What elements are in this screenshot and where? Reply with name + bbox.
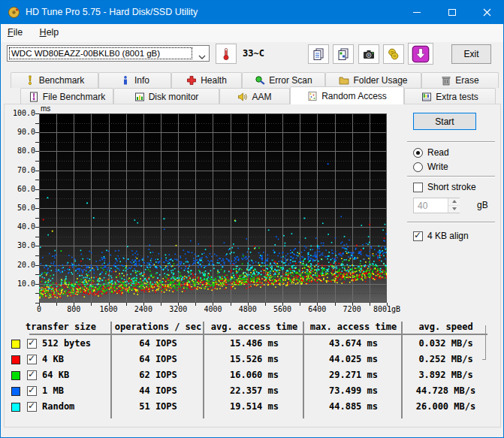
y-tick-label: 40.0 bbox=[7, 222, 35, 231]
save-button[interactable] bbox=[408, 43, 433, 65]
series-checkbox[interactable] bbox=[27, 355, 37, 364]
start-button[interactable]: Start bbox=[413, 113, 476, 130]
col-header-transfer-size: transfer size bbox=[10, 322, 112, 332]
iops-value: 64 IOPS bbox=[112, 338, 204, 349]
start-label: Start bbox=[435, 116, 454, 127]
copy-image-button[interactable] bbox=[333, 44, 354, 64]
random-access-icon bbox=[307, 91, 318, 101]
table-header-underline bbox=[29, 334, 487, 335]
coins-icon bbox=[387, 47, 400, 61]
avg-speed-value: 0.252 MB/s bbox=[403, 354, 489, 364]
short-stroke-size-value: 40 bbox=[418, 201, 427, 211]
y-tick-label: 80.0 bbox=[7, 147, 35, 155]
max-access-value: 29.271 ms bbox=[304, 370, 403, 380]
tab-health[interactable]: Health bbox=[171, 72, 242, 88]
tab-benchmark[interactable]: Benchmark bbox=[11, 72, 98, 88]
separator bbox=[407, 141, 495, 143]
maximize-icon bbox=[448, 9, 456, 16]
y-tick-label: 90.0 bbox=[7, 128, 35, 136]
scatter-canvas bbox=[39, 113, 387, 303]
tab-random-access[interactable]: Random Access bbox=[290, 86, 404, 104]
exit-button[interactable]: Exit bbox=[451, 44, 491, 64]
write-radio-row[interactable]: Write bbox=[413, 162, 448, 172]
health-icon bbox=[186, 75, 197, 86]
short-stroke-checkbox[interactable] bbox=[413, 183, 423, 192]
tab-label: Info bbox=[134, 75, 149, 86]
y-tick-label: 100.0 bbox=[7, 109, 35, 117]
read-label: Read bbox=[427, 147, 449, 158]
series-checkbox[interactable] bbox=[27, 402, 37, 412]
drive-select[interactable]: WDC WD80EAZZ-00BKLB0 (8001 gB) bbox=[7, 45, 210, 62]
screenshot-button[interactable] bbox=[358, 44, 379, 64]
iops-value: 62 IOPS bbox=[112, 370, 204, 380]
series-label: Random bbox=[42, 401, 74, 412]
table-row: 4 KB 64 IOPS 15.526 ms 44.025 ms 0.252 M… bbox=[1, 353, 503, 367]
max-access-value: 73.499 ms bbox=[304, 385, 403, 396]
tab-disk-monitor[interactable]: Disk monitor bbox=[113, 88, 219, 104]
scroll-indicator-foot bbox=[482, 359, 486, 360]
tab-extra-tests[interactable]: Extra tests bbox=[404, 88, 496, 104]
x-tick-label: 4800 bbox=[239, 305, 257, 313]
avg-speed-value: 26.000 MB/s bbox=[403, 401, 489, 412]
app-window: HD Tune Pro 5.75 - Hard Disk/SSD Utility… bbox=[0, 0, 504, 438]
menu-help[interactable]: Help bbox=[33, 24, 66, 41]
purchase-button[interactable] bbox=[383, 44, 404, 64]
series-color-swatch bbox=[11, 403, 20, 412]
arrow-up-icon bbox=[452, 200, 457, 203]
tab-label: File Benchmark bbox=[43, 92, 105, 102]
tab-file-benchmark[interactable]: File Benchmark bbox=[20, 88, 113, 104]
y-tick-label: 50.0 bbox=[7, 204, 35, 212]
title-bar: HD Tune Pro 5.75 - Hard Disk/SSD Utility bbox=[1, 1, 503, 24]
read-radio[interactable] bbox=[413, 148, 423, 158]
align-checkbox[interactable] bbox=[413, 231, 423, 241]
close-button[interactable] bbox=[469, 1, 504, 24]
write-radio[interactable] bbox=[413, 162, 423, 172]
file-benchmark-icon bbox=[29, 92, 39, 102]
copy-text-button[interactable] bbox=[308, 44, 329, 64]
table-row: 512 bytes 64 IOPS 15.486 ms 43.674 ms 0.… bbox=[1, 337, 503, 351]
y-tick-label: 30.0 bbox=[7, 241, 35, 249]
temperature-button[interactable] bbox=[216, 44, 237, 64]
info-icon bbox=[120, 75, 131, 86]
series-color-swatch bbox=[11, 340, 20, 349]
tab-aam[interactable]: AAM bbox=[219, 88, 290, 104]
spinner-up-button[interactable] bbox=[448, 198, 460, 206]
tab-label: Extra tests bbox=[436, 92, 478, 102]
series-checkbox[interactable] bbox=[27, 339, 37, 349]
spinner-down-button[interactable] bbox=[448, 206, 460, 213]
x-tick-label: 7200 bbox=[343, 305, 361, 313]
max-access-value: 44.025 ms bbox=[304, 354, 403, 364]
read-radio-row[interactable]: Read bbox=[413, 147, 449, 158]
tab-folder-usage[interactable]: Folder Usage bbox=[325, 72, 421, 88]
series-checkbox[interactable] bbox=[27, 370, 37, 380]
x-tick-label: 1600 bbox=[100, 305, 118, 313]
x-tick-label: 4000 bbox=[204, 305, 222, 313]
speaker-icon bbox=[237, 92, 248, 102]
avg-speed-value: 44.728 MB/s bbox=[403, 385, 489, 396]
write-label: Write bbox=[427, 162, 448, 172]
tab-info[interactable]: Info bbox=[98, 72, 171, 88]
maximize-button[interactable] bbox=[435, 1, 469, 24]
align-row[interactable]: 4 KB align bbox=[413, 231, 469, 241]
temperature-readout: 33~C bbox=[243, 48, 264, 59]
tab-label: Health bbox=[201, 75, 227, 86]
y-tick-label: 60.0 bbox=[7, 185, 35, 193]
avg-speed-value: 0.032 MB/s bbox=[403, 338, 489, 349]
tab-label: Benchmark bbox=[39, 75, 85, 86]
iops-value: 64 IOPS bbox=[112, 354, 204, 364]
series-checkbox[interactable] bbox=[27, 386, 37, 396]
short-stroke-row[interactable]: Short stroke bbox=[413, 182, 476, 192]
tab-error-scan[interactable]: Error Scan bbox=[242, 72, 325, 88]
series-label: 1 MB bbox=[42, 385, 64, 396]
tab-erase[interactable]: Erase bbox=[421, 72, 499, 88]
copy-text-icon bbox=[312, 47, 325, 61]
short-stroke-size-input[interactable]: 40 bbox=[413, 198, 460, 213]
col-header-operations: operations / sec bbox=[112, 322, 204, 332]
avg-access-value: 22.357 ms bbox=[204, 385, 304, 396]
y-tick-label: 20.0 bbox=[7, 261, 35, 269]
x-tick-label: 5600 bbox=[273, 305, 291, 313]
menu-file[interactable]: File bbox=[1, 24, 29, 41]
minimize-button[interactable] bbox=[400, 1, 434, 24]
benchmark-icon bbox=[25, 75, 35, 86]
tab-label: AAM bbox=[252, 92, 271, 102]
